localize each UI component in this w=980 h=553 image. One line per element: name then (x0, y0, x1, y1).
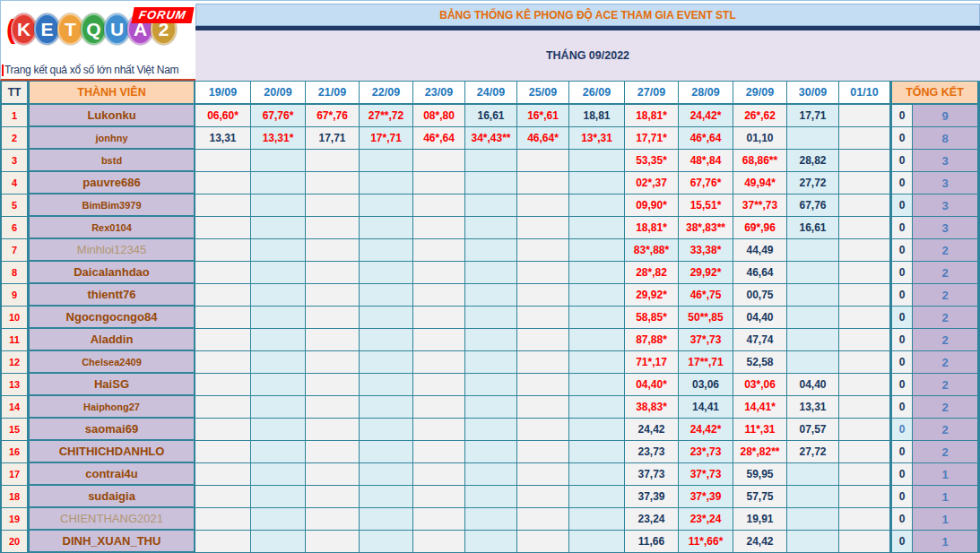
score-cell[interactable]: 17,71* (625, 127, 679, 150)
row-number[interactable]: 13 (2, 374, 28, 396)
score-cell[interactable] (195, 396, 251, 419)
member-name[interactable]: HaiSG (28, 374, 195, 396)
member-name[interactable]: Aladdin (28, 329, 195, 351)
row-number[interactable]: 14 (2, 396, 28, 419)
score-cell[interactable] (195, 531, 251, 553)
score-cell[interactable] (517, 329, 569, 351)
score-cell[interactable]: 00,75 (733, 284, 787, 307)
member-name[interactable]: pauvre686 (28, 172, 195, 194)
score-cell[interactable] (360, 150, 413, 172)
member-name[interactable]: Minhloi12345 (28, 239, 195, 262)
score-cell[interactable] (251, 351, 306, 374)
score-cell[interactable] (569, 239, 625, 262)
score-cell[interactable]: 14,41 (679, 396, 733, 419)
score-cell[interactable] (251, 508, 306, 531)
score-cell[interactable] (360, 508, 413, 531)
member-name[interactable]: CHIENTHANG2021 (28, 508, 195, 531)
score-cell[interactable] (251, 150, 306, 172)
row-number[interactable]: 6 (2, 217, 28, 239)
zero-cell[interactable]: 0 (890, 150, 913, 172)
score-cell[interactable] (787, 127, 839, 150)
score-cell[interactable] (839, 172, 890, 194)
date-column-header[interactable]: 30/09 (787, 82, 839, 105)
score-cell[interactable] (413, 396, 465, 419)
row-number[interactable]: 2 (2, 127, 28, 150)
score-cell[interactable] (517, 419, 569, 441)
total-cell[interactable]: 1 (913, 508, 978, 531)
zero-cell[interactable]: 0 (890, 374, 913, 396)
zero-cell[interactable]: 0 (890, 284, 913, 307)
score-cell[interactable] (195, 351, 251, 374)
date-column-header[interactable]: 27/09 (625, 82, 679, 105)
score-cell[interactable] (839, 307, 890, 329)
score-cell[interactable]: 19,91 (733, 508, 787, 531)
score-cell[interactable]: 18,81* (625, 105, 679, 127)
score-cell[interactable] (465, 217, 517, 239)
score-cell[interactable] (839, 127, 890, 150)
score-cell[interactable]: 23,24 (625, 508, 679, 531)
score-cell[interactable] (195, 441, 251, 463)
score-cell[interactable] (251, 307, 306, 329)
zero-cell[interactable]: 0 (890, 486, 913, 508)
member-name[interactable]: Ngocngocngo84 (28, 307, 195, 329)
score-cell[interactable]: 29,92* (625, 284, 679, 307)
total-cell[interactable]: 2 (913, 351, 978, 374)
score-cell[interactable] (517, 463, 569, 486)
score-cell[interactable]: 58,85* (625, 307, 679, 329)
row-number[interactable]: 15 (2, 419, 28, 441)
member-name[interactable]: Haiphong27 (28, 396, 195, 419)
score-cell[interactable]: 16*,61 (517, 105, 569, 127)
score-cell[interactable]: 24,42 (625, 419, 679, 441)
score-cell[interactable] (465, 194, 517, 217)
score-cell[interactable]: 87,88* (625, 329, 679, 351)
zero-cell[interactable]: 0 (890, 262, 913, 284)
score-cell[interactable] (517, 486, 569, 508)
score-cell[interactable]: 34*,43** (465, 127, 517, 150)
score-cell[interactable] (251, 419, 306, 441)
score-cell[interactable] (306, 307, 360, 329)
score-cell[interactable] (569, 284, 625, 307)
date-column-header[interactable]: 19/09 (195, 82, 251, 105)
score-cell[interactable] (195, 463, 251, 486)
row-number[interactable]: 18 (2, 486, 28, 508)
score-cell[interactable]: 57,75 (733, 486, 787, 508)
score-cell[interactable] (413, 374, 465, 396)
score-cell[interactable] (360, 239, 413, 262)
score-cell[interactable] (413, 508, 465, 531)
score-cell[interactable] (413, 419, 465, 441)
score-cell[interactable] (465, 508, 517, 531)
score-cell[interactable] (306, 329, 360, 351)
score-cell[interactable]: 46,64* (517, 127, 569, 150)
score-cell[interactable] (413, 329, 465, 351)
score-cell[interactable] (517, 351, 569, 374)
zero-cell[interactable]: 0 (890, 463, 913, 486)
score-cell[interactable]: 15,51* (679, 194, 733, 217)
score-cell[interactable]: 23*,24 (679, 508, 733, 531)
total-cell[interactable]: 2 (913, 262, 978, 284)
score-cell[interactable]: 37,73 (625, 463, 679, 486)
score-cell[interactable]: 50**,85 (679, 307, 733, 329)
score-cell[interactable]: 28*,82 (625, 262, 679, 284)
score-cell[interactable] (569, 329, 625, 351)
score-cell[interactable] (465, 307, 517, 329)
score-cell[interactable] (360, 307, 413, 329)
score-cell[interactable] (360, 284, 413, 307)
total-cell[interactable]: 3 (913, 172, 978, 194)
member-name[interactable]: BimBim3979 (28, 194, 195, 217)
score-cell[interactable] (517, 150, 569, 172)
member-name[interactable]: DINH_XUAN_THU (28, 531, 195, 553)
score-cell[interactable] (839, 486, 890, 508)
score-cell[interactable] (569, 531, 625, 553)
score-cell[interactable] (839, 105, 890, 127)
score-cell[interactable]: 18,81 (569, 105, 625, 127)
zero-cell[interactable]: 0 (890, 105, 913, 127)
score-cell[interactable] (413, 194, 465, 217)
score-cell[interactable]: 37*,39 (679, 486, 733, 508)
score-cell[interactable]: 46*,64 (413, 127, 465, 150)
total-cell[interactable]: 2 (913, 284, 978, 307)
row-number[interactable]: 1 (2, 105, 28, 127)
score-cell[interactable] (517, 262, 569, 284)
score-cell[interactable]: 67,76 (787, 194, 839, 217)
score-cell[interactable] (360, 486, 413, 508)
score-cell[interactable]: 18,81* (625, 217, 679, 239)
